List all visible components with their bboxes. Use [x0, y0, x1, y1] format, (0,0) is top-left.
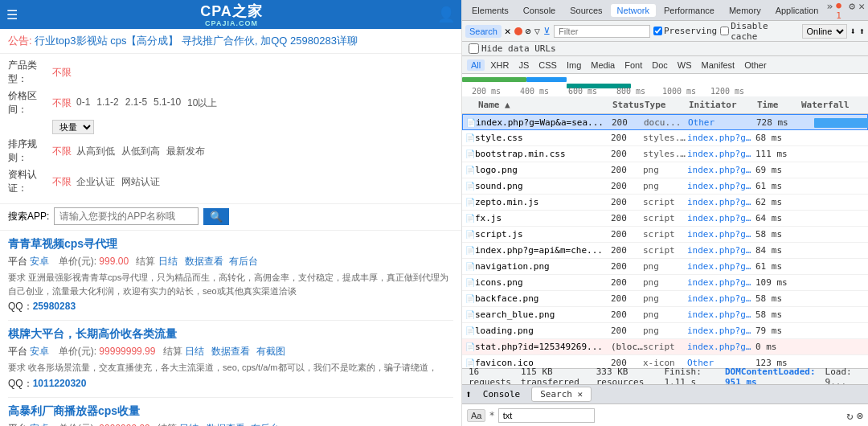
filter-ws[interactable]: WS — [674, 59, 696, 71]
product-title-1[interactable]: 青青草视频cps寻代理 — [8, 237, 453, 252]
search-button[interactable]: Search — [465, 25, 502, 38]
qq-2[interactable]: 1011220320 — [33, 378, 87, 389]
price-opt-1[interactable]: 0-1 — [76, 96, 90, 110]
tab-performance[interactable]: Performance — [657, 4, 721, 17]
sort-opt-2[interactable]: 从低到高 — [121, 145, 160, 158]
preserve-log-checkbox[interactable]: Preserving — [653, 26, 717, 36]
filter-doc[interactable]: Doc — [648, 59, 672, 71]
table-row[interactable]: 📄 bootstrap.min.css 200 styles... index.… — [462, 146, 868, 162]
import-icon[interactable]: ⬇ — [850, 26, 856, 37]
table-row[interactable]: 📄 style.css 200 styles... index.php?g...… — [462, 130, 868, 146]
tab-console[interactable]: Console — [517, 4, 562, 17]
backend-link-1[interactable]: 有后台 — [229, 256, 258, 267]
filter-price-tag[interactable]: 不限 — [52, 96, 72, 110]
table-row[interactable]: 📄 loading.png 200 png index.php?g... 79 … — [462, 323, 868, 339]
table-row[interactable]: 📄 logo.png 200 png index.php?g... 69 ms — [462, 162, 868, 178]
price-opt-3[interactable]: 2.1-5 — [125, 96, 147, 110]
links-1[interactable]: 数据查看 有后台 — [185, 256, 258, 267]
clear-icon[interactable]: ⊘ — [526, 26, 531, 37]
links-2[interactable]: 数据查看 有截图 — [211, 346, 285, 357]
refresh-search-icon[interactable]: ↻ — [846, 409, 853, 422]
filter-auth-tag[interactable]: 不限 — [52, 175, 72, 189]
filter-other[interactable]: Other — [740, 59, 771, 71]
cell-initiator-11[interactable]: index.php?g... — [687, 293, 755, 304]
user-icon[interactable]: 👤 — [437, 6, 455, 23]
filter-img[interactable]: Img — [563, 59, 585, 71]
auth-opt-2[interactable]: 网站认证 — [121, 175, 160, 189]
price-select[interactable]: 块量 — [52, 120, 94, 134]
backend-link-3[interactable]: 有后台 — [251, 423, 280, 427]
disable-cache-checkbox[interactable]: Disable cache — [720, 21, 798, 42]
cell-initiator-5[interactable]: index.php?g... — [687, 197, 755, 207]
more-tabs-icon[interactable]: » — [826, 0, 833, 21]
filter-input[interactable] — [554, 25, 650, 38]
tab-memory[interactable]: Memory — [723, 4, 768, 17]
cell-initiator-14[interactable]: index.php?g... — [687, 342, 755, 352]
record-circle[interactable] — [514, 27, 522, 35]
hide-data-urls-checkbox[interactable]: Hide data URLs — [469, 43, 556, 54]
table-row[interactable]: 📄 search_blue.png 200 png index.php?g...… — [462, 307, 868, 323]
table-row[interactable]: 📄 index.php?g=api&m=che... 200 script in… — [462, 243, 868, 259]
table-row[interactable]: 📄 icons.png 200 png index.php?g... 109 m… — [462, 275, 868, 291]
filter-funnel-icon[interactable]: ⊻ — [543, 26, 551, 37]
col-type-header[interactable]: Type — [645, 100, 689, 110]
qq-1[interactable]: 25980283 — [33, 301, 76, 312]
product-title-2[interactable]: 棋牌大平台，长期高价收各类流量 — [8, 327, 453, 342]
cell-initiator-4[interactable]: index.php?g... — [687, 181, 755, 191]
close-icon[interactable]: ✕ — [858, 0, 865, 21]
clear-search-icon[interactable]: ⊗ — [857, 409, 863, 422]
price-opt-4[interactable]: 5.1-10 — [154, 96, 181, 110]
price-opt-2[interactable]: 1.1-2 — [96, 96, 118, 110]
table-row[interactable]: 📄 navigation.png 200 png index.php?g... … — [462, 259, 868, 275]
table-row[interactable]: 📄 backface.png 200 png index.php?g... 58… — [462, 291, 868, 307]
page-title-text[interactable]: 行业top3影视站 cps【高分成】 寻找推广合作伙, 加QQ 25980283… — [35, 35, 358, 47]
table-row[interactable]: 📄 script.js 200 script index.php?g... 58… — [462, 227, 868, 243]
cell-initiator-7[interactable]: index.php?g... — [687, 229, 755, 240]
menu-icon[interactable]: ☰ — [6, 7, 18, 23]
cell-initiator-9[interactable]: index.php?g... — [687, 261, 755, 272]
filter-media[interactable]: Media — [587, 59, 619, 71]
tab-search-bottom[interactable]: Search ✕ — [531, 387, 592, 402]
cell-initiator-0[interactable]: Other — [688, 117, 756, 128]
filter-font[interactable]: Font — [620, 59, 646, 71]
filter-sort-tag[interactable]: 不限 — [52, 145, 72, 158]
cell-initiator-10[interactable]: index.php?g... — [687, 277, 755, 288]
tab-elements[interactable]: Elements — [465, 4, 515, 17]
table-row[interactable]: 📄 stat.php?id=125349269... (bloc... scri… — [462, 339, 868, 355]
sort-opt-1[interactable]: 从高到低 — [76, 145, 115, 158]
search-bottom-input[interactable] — [498, 408, 595, 423]
screenshot-link-2[interactable]: 有截图 — [256, 346, 285, 357]
tab-console-bottom[interactable]: Console — [475, 387, 528, 401]
table-row[interactable]: 📄 fx.js 200 script index.php?g... 64 ms — [462, 211, 868, 227]
filter-manifest[interactable]: Manifest — [698, 59, 739, 71]
tab-sources[interactable]: Sources — [563, 4, 608, 17]
table-row[interactable]: 📄 zepto.min.js 200 script index.php?g...… — [462, 195, 868, 211]
filter-xhr[interactable]: XHR — [486, 59, 513, 71]
throttle-select[interactable]: Online — [802, 24, 847, 39]
filter-type-value[interactable]: 不限 — [52, 66, 72, 80]
filter-icon[interactable]: ▽ — [534, 26, 540, 37]
col-time-header[interactable]: Time — [757, 100, 801, 110]
cell-initiator-8[interactable]: index.php?g... — [687, 245, 755, 256]
cell-initiator-3[interactable]: index.php?g... — [687, 165, 755, 175]
price-opt-5[interactable]: 10以上 — [187, 96, 217, 110]
search-app-button[interactable]: 🔍 — [203, 208, 229, 225]
aa-button[interactable]: Aa — [467, 409, 485, 422]
export-icon[interactable]: ⬆ — [859, 26, 865, 37]
search-app-input[interactable] — [54, 207, 199, 225]
cell-initiator-1[interactable]: index.php?g... — [687, 133, 755, 143]
cell-initiator-13[interactable]: index.php?g... — [687, 326, 755, 336]
table-row[interactable]: 📄 sound.png 200 png index.php?g... 61 ms — [462, 178, 868, 195]
auth-opt-1[interactable]: 企业认证 — [76, 175, 115, 189]
col-name-header[interactable]: Name ▲ — [464, 100, 612, 110]
links-3[interactable]: 数据查看 有后台 — [207, 423, 280, 427]
filter-all[interactable]: All — [467, 59, 485, 71]
col-waterfall-header[interactable]: Waterfall — [801, 100, 866, 110]
settings-icon[interactable]: ⚙ — [849, 0, 855, 21]
sort-opt-3[interactable]: 最新发布 — [166, 145, 205, 158]
cell-initiator-6[interactable]: index.php?g... — [687, 213, 755, 223]
cell-initiator-2[interactable]: index.php?g... — [687, 149, 755, 159]
cell-initiator-12[interactable]: index.php?g... — [687, 309, 755, 320]
tab-application[interactable]: Application — [769, 4, 825, 17]
filter-css[interactable]: CSS — [534, 59, 561, 71]
